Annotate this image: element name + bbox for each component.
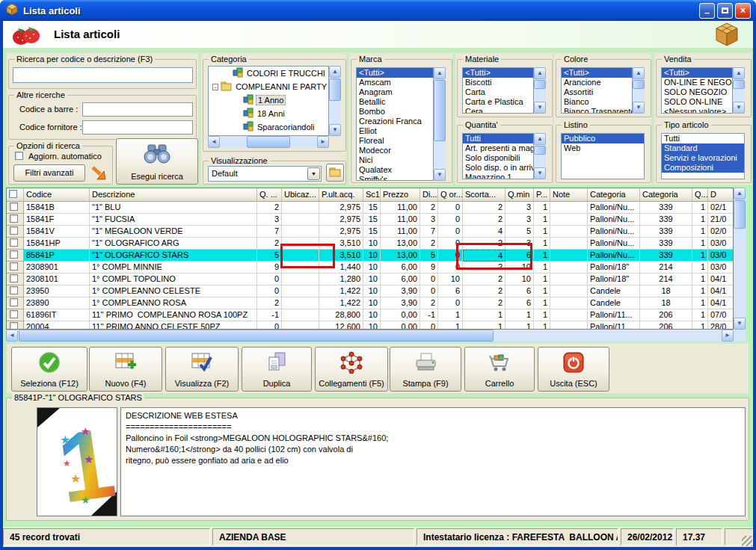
table-cell[interactable]: 1° COMPL TOPOLINO [90, 274, 257, 285]
table-cell[interactable]: 07/0 [708, 309, 734, 321]
column-header[interactable] [7, 188, 24, 202]
table-cell[interactable]: 11'' PRIMO ANNO CELESTE 50PZ [90, 321, 257, 330]
table-cell[interactable]: 1 [692, 297, 708, 309]
table-cell[interactable]: 04/1 [708, 274, 734, 285]
list-option[interactable]: Anagram [357, 87, 433, 97]
material-list-scrollbar[interactable]: ▲ ▼ [534, 67, 546, 114]
table-cell[interactable]: 1 [692, 262, 708, 274]
table-cell[interactable]: 2 [463, 202, 505, 214]
table-cell[interactable] [282, 202, 319, 214]
table-row[interactable]: 2000411'' PRIMO ANNO CELESTE 50PZ012,600… [7, 321, 733, 330]
table-cell[interactable]: 1 [692, 309, 708, 321]
table-cell[interactable]: Palloni/Nu... [588, 226, 640, 238]
table-cell[interactable]: 85841P [24, 250, 90, 262]
list-option[interactable]: <Tutti> [562, 68, 632, 78]
table-cell[interactable]: 23950 [24, 285, 90, 297]
table-cell[interactable]: 6,00 [381, 274, 420, 285]
table-cell[interactable] [550, 214, 588, 226]
column-header[interactable]: Descrizione [90, 188, 257, 202]
list-option[interactable]: Tutti [463, 134, 533, 143]
table-cell[interactable]: 0 [257, 321, 282, 330]
table-cell[interactable]: 7 [420, 226, 438, 238]
tree-expander-icon[interactable]: - [212, 84, 218, 90]
tree-item[interactable]: 1 Anno [209, 93, 328, 107]
list-option[interactable]: Magazzino 1 [463, 173, 533, 179]
table-cell[interactable]: 0 [420, 321, 438, 330]
table-cell[interactable]: 10 [363, 262, 381, 274]
table-cell[interactable]: 0 [257, 285, 282, 297]
table-cell[interactable]: 3 [420, 214, 438, 226]
table-cell[interactable]: 11,00 [381, 214, 420, 226]
table-cell[interactable]: 2,975 [319, 202, 363, 214]
table-cell[interactable]: 2,975 [319, 214, 363, 226]
table-cell[interactable]: 18 [640, 297, 692, 309]
table-cell[interactable]: 1° COMPLEANNO CELESTE [90, 285, 257, 297]
table-cell[interactable]: 10 [363, 274, 381, 285]
tree-item[interactable]: 18 Anni [209, 107, 328, 120]
table-cell[interactable]: Palloni/18" [588, 274, 640, 285]
table-cell[interactable]: 2 [463, 274, 505, 285]
table-cell[interactable]: Palloni/11... [588, 321, 640, 330]
table-cell[interactable]: 5 [505, 226, 534, 238]
table-cell[interactable]: 15841HP [24, 238, 90, 250]
table-cell[interactable]: 10 [363, 297, 381, 309]
table-cell[interactable]: "1" OLOGRAFICO ARG [90, 238, 257, 250]
close-button[interactable]: × [735, 3, 751, 19]
table-cell[interactable]: -1 [420, 309, 438, 321]
table-cell[interactable]: 1 [534, 309, 550, 321]
table-cell[interactable]: 0 [257, 274, 282, 285]
list-option[interactable]: Carta [463, 87, 533, 97]
tree-item[interactable]: COLORI E TRUCCHI PER [209, 67, 328, 80]
advanced-filters-button[interactable]: Filtri avanzati [13, 164, 85, 182]
list-option[interactable]: Qualatex [357, 165, 433, 175]
table-cell[interactable]: 2 [463, 214, 505, 226]
table-cell[interactable]: 3 [505, 202, 534, 214]
auto-update-checkbox[interactable] [15, 152, 23, 160]
table-cell[interactable]: 1 [534, 321, 550, 330]
table-cell[interactable] [282, 297, 319, 309]
table-row[interactable]: 61896IT11'' PRIMO COMPLEANNO ROSA 100PZ-… [7, 309, 733, 321]
table-cell[interactable]: 28,800 [319, 309, 363, 321]
table-cell[interactable] [550, 297, 588, 309]
table-cell[interactable]: 1 [534, 250, 550, 262]
list-option[interactable]: Cera [463, 107, 533, 114]
table-cell[interactable] [282, 321, 319, 330]
table-cell[interactable]: 9 [257, 262, 282, 274]
table-cell[interactable] [550, 262, 588, 274]
column-header[interactable]: Note [550, 188, 588, 202]
table-cell[interactable]: Palloni/Nu... [588, 214, 640, 226]
column-header[interactable]: Sc1 [363, 188, 381, 202]
table-cell[interactable]: 1 [534, 274, 550, 285]
table-cell[interactable]: 0 [438, 226, 463, 238]
table-cell[interactable]: 2,975 [319, 226, 363, 238]
table-cell[interactable]: 4 [463, 226, 505, 238]
table-cell[interactable]: 3 [257, 214, 282, 226]
table-cell[interactable]: 1 [438, 309, 463, 321]
column-header[interactable]: Q. ... [257, 188, 282, 202]
table-cell[interactable]: 1 [505, 309, 534, 321]
table-cell[interactable]: 04/1 [708, 285, 734, 297]
table-row[interactable]: 239501° COMPLEANNO CELESTE01,422103,9006… [7, 285, 733, 297]
column-header[interactable]: Prezzo [381, 188, 420, 202]
table-cell[interactable]: 10 [363, 285, 381, 297]
table-cell[interactable]: 3,90 [381, 285, 420, 297]
collegamenti-button[interactable]: Collegamenti (F5) [315, 347, 388, 392]
table-cell[interactable]: "1" MEGALOON VERDE [90, 226, 257, 238]
table-cell[interactable]: 1 [534, 262, 550, 274]
table-cell[interactable] [550, 321, 588, 330]
table-cell[interactable]: 1 [692, 321, 708, 330]
table-cell[interactable]: 1 [438, 321, 463, 330]
table-cell[interactable]: 1 [505, 321, 534, 330]
sale-list-scrollbar[interactable]: ▲ ▼ [733, 67, 745, 114]
list-option[interactable]: Solo disp. o in arrivo [463, 163, 533, 173]
row-checkbox[interactable] [10, 262, 18, 271]
list-option[interactable]: <Nessun valore> [662, 107, 732, 114]
table-cell[interactable]: 5 [420, 250, 438, 262]
table-cell[interactable]: 339 [640, 202, 692, 214]
table-cell[interactable] [550, 250, 588, 262]
maximize-button[interactable] [717, 3, 733, 19]
table-cell[interactable]: 10 [505, 274, 534, 285]
visualizza-button[interactable]: Visualizza (F2) [165, 347, 239, 392]
list-option[interactable]: Servizi e lavorazioni [662, 153, 744, 163]
table-row[interactable]: 85841P"1" OLOGRAFICO STARS53,5101013,005… [7, 250, 733, 262]
